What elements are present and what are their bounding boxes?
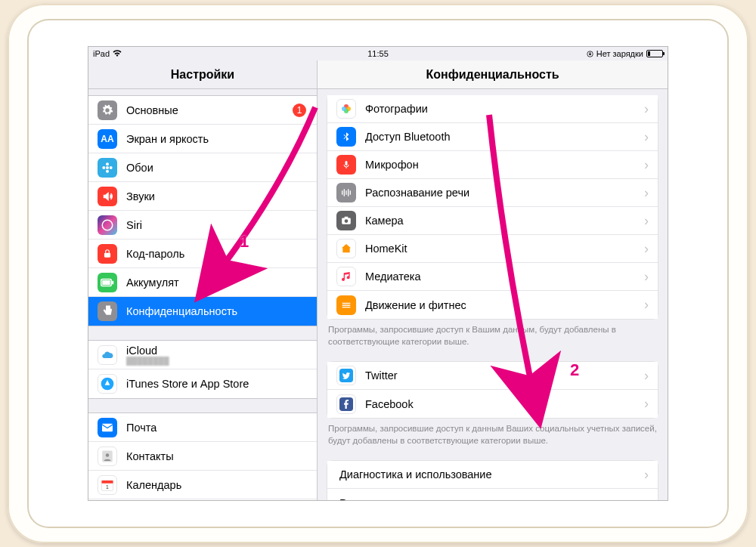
sidebar-item-speaker[interactable]: Звуки	[88, 182, 317, 211]
svg-rect-1	[589, 53, 590, 54]
facebook-icon	[336, 394, 356, 414]
hand-icon	[98, 301, 117, 321]
social-item-facebook[interactable]: Facebook›	[327, 390, 658, 418]
svg-point-2	[106, 166, 109, 169]
clock: 11:55	[367, 49, 389, 58]
sidebar-item-mail[interactable]: Почта	[88, 413, 317, 442]
battery-icon	[646, 50, 663, 57]
speech-icon	[336, 183, 356, 202]
chevron-right-icon: ›	[644, 396, 649, 412]
orientation-lock-icon	[587, 51, 593, 57]
chevron-right-icon: ›	[644, 495, 649, 500]
svg-point-3	[106, 162, 109, 165]
row-label: Камера	[365, 215, 640, 227]
sidebar-item-AA[interactable]: AAЭкран и яркость	[88, 125, 317, 153]
chevron-right-icon: ›	[644, 368, 649, 384]
privacy-item-mic[interactable]: Микрофон›	[327, 151, 658, 179]
sidebar-item-calendar[interactable]: 1Календарь	[88, 471, 317, 499]
privacy-item-bluetooth[interactable]: Доступ Bluetooth›	[327, 123, 658, 151]
row-sublabel: ████████	[126, 357, 308, 365]
charge-label: Нет зарядки	[596, 49, 643, 58]
privacy-item-photos[interactable]: Фотографии›	[327, 95, 658, 123]
svg-rect-11	[112, 280, 113, 284]
row-label: Календарь	[126, 479, 308, 491]
social-item-twitter[interactable]: Twitter›	[327, 362, 658, 390]
sidebar-item-hand[interactable]: Конфиденциальность	[88, 297, 317, 326]
speaker-icon	[98, 187, 117, 206]
contacts-icon	[98, 447, 117, 466]
svg-text:1: 1	[106, 484, 109, 489]
svg-point-15	[106, 453, 110, 457]
privacy-item-music[interactable]: Медиатека›	[327, 263, 658, 291]
row-label: Конфиденциальность	[126, 305, 308, 317]
calendar-icon: 1	[98, 475, 117, 495]
badge: 1	[293, 104, 306, 117]
diag-item-1[interactable]: Реклама›	[327, 489, 658, 500]
svg-point-5	[102, 166, 105, 169]
AA-icon: AA	[98, 129, 117, 149]
chevron-right-icon: ›	[644, 101, 649, 117]
chevron-right-icon: ›	[644, 241, 649, 257]
svg-rect-8	[104, 252, 110, 257]
svg-point-4	[106, 169, 109, 172]
camera-icon	[336, 211, 356, 230]
privacy-item-speech[interactable]: Распознавание речи›	[327, 179, 658, 207]
row-label: Медиатека	[365, 270, 640, 283]
cloud-icon	[98, 345, 117, 365]
sidebar-item-notes[interactable]: Заметки	[88, 499, 317, 500]
sidebar-item-gear[interactable]: Основные1	[88, 96, 317, 125]
motion-icon	[336, 295, 356, 315]
detail-pane: Конфиденциальность Фотографии›Доступ Blu…	[318, 60, 668, 500]
siri-icon	[98, 215, 117, 235]
row-label: Код-пароль	[126, 248, 308, 260]
home-icon	[336, 239, 356, 258]
row-label: Аккумулят	[126, 277, 308, 289]
chevron-right-icon: ›	[644, 213, 649, 229]
row-label: Основные	[126, 104, 293, 116]
chevron-right-icon: ›	[644, 297, 649, 313]
wifi-icon	[113, 50, 122, 57]
sidebar-item-cloud[interactable]: iCloud████████	[88, 341, 317, 369]
svg-rect-10	[102, 280, 110, 285]
gear-icon	[98, 100, 117, 120]
sidebar-item-appstore[interactable]: iTunes Store и App Store	[88, 369, 317, 398]
music-icon	[336, 267, 356, 286]
annotation-1: 1	[240, 232, 249, 252]
photos-icon	[336, 99, 356, 119]
row-label: Микрофон	[365, 159, 640, 171]
chevron-right-icon: ›	[644, 467, 649, 483]
row-label: Почта	[126, 422, 308, 434]
screen: iPad 11:55 Нет зарядки Настройки Основны…	[88, 46, 668, 501]
privacy-item-home[interactable]: HomeKit›	[327, 235, 658, 263]
row-label: iTunes Store и App Store	[126, 378, 308, 390]
sidebar-item-battery[interactable]: Аккумулят	[88, 268, 317, 297]
row-label: Фотографии	[365, 103, 640, 115]
chevron-right-icon: ›	[644, 129, 649, 145]
svg-point-29	[345, 219, 349, 223]
sidebar-item-contacts[interactable]: Контакты	[88, 442, 317, 471]
device-label: iPad	[93, 49, 110, 58]
statusbar: iPad 11:55 Нет зарядки	[88, 47, 668, 60]
sidebar-item-lock[interactable]: Код-пароль	[88, 240, 317, 268]
row-label: Twitter	[365, 369, 640, 382]
row-label: Контакты	[126, 450, 308, 462]
ipad-frame: iPad 11:55 Нет зарядки Настройки Основны…	[8, 4, 748, 543]
privacy-item-camera[interactable]: Камера›	[327, 207, 658, 235]
row-label: Экран и яркость	[126, 133, 308, 145]
diag-item-0[interactable]: Диагностика и использование›	[327, 461, 658, 489]
svg-point-7	[102, 220, 113, 230]
row-label: Движение и фитнес	[365, 299, 640, 311]
svg-point-26	[342, 107, 346, 111]
social-footer: Программы, запросившие доступ к данным В…	[318, 419, 668, 447]
flower-icon	[98, 158, 117, 178]
mic-icon	[336, 155, 356, 175]
chevron-right-icon: ›	[644, 157, 649, 173]
row-label: Обои	[126, 162, 308, 174]
sidebar-item-siri[interactable]: Siri	[88, 211, 317, 240]
privacy-item-motion[interactable]: Движение и фитнес›	[327, 291, 658, 319]
svg-rect-17	[102, 481, 113, 484]
appstore-icon	[98, 374, 117, 394]
privacy-footer: Программы, запросившие доступ к Вашим да…	[318, 320, 668, 348]
sidebar-item-flower[interactable]: Обои	[88, 153, 317, 182]
row-label: Siri	[126, 219, 308, 231]
